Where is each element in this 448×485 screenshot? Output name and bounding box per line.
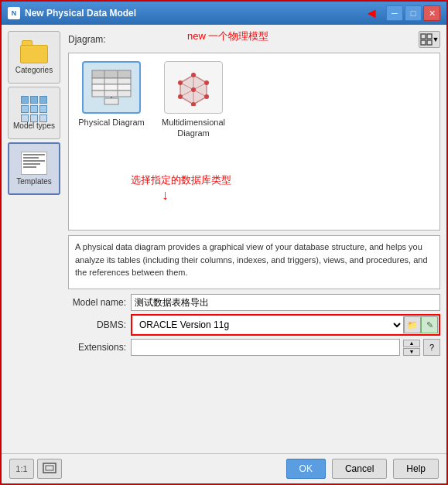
window-title: New Physical Data Model (25, 8, 360, 19)
extensions-up-button[interactable]: ▲ (403, 340, 420, 347)
sidebar-item-model-types[interactable]: Model types (8, 87, 60, 139)
zoom-reset-button[interactable]: 1:1 (9, 459, 34, 479)
extensions-help-button[interactable]: ? (423, 339, 440, 356)
description-text: A physical data diagram provides a graph… (75, 242, 428, 277)
new-model-annotation: new 一个物理模型 (187, 29, 268, 43)
sidebar-item-categories[interactable]: Categories (8, 31, 60, 84)
diagram-section-label: Djagram: (68, 34, 106, 45)
extensions-label: Extensions: (68, 342, 126, 353)
folder-icon: 📁 (407, 320, 418, 330)
cancel-button[interactable]: Cancel (332, 459, 387, 479)
model-name-input[interactable] (131, 294, 440, 311)
svg-rect-2 (421, 40, 426, 45)
grid-icon (420, 33, 433, 46)
templates-icon (21, 152, 47, 175)
multidimensional-diagram-label: Multidimensional Diagram (159, 117, 228, 139)
minimize-button[interactable]: ─ (386, 5, 403, 21)
model-name-label: Model name: (68, 297, 126, 308)
extensions-input (131, 339, 400, 356)
main-window: N New Physical Data Model ◄ ─ □ ✕ new 一个… (0, 0, 448, 485)
categories-icon (20, 40, 48, 63)
model-types-icon (21, 96, 47, 119)
multidimensional-svg (173, 69, 214, 106)
physical-diagram-svg (91, 69, 132, 106)
main-content: Categories Model types (2, 25, 446, 453)
dbms-select[interactable]: ORACLE Version 11g SQL Server 2012 MySQL… (133, 316, 404, 333)
svg-point-18 (204, 94, 209, 99)
footer: 1:1 OK Cancel Help (2, 453, 446, 483)
extensions-spinners: ▲ ▼ (403, 340, 420, 356)
templates-label: Templates (16, 177, 52, 186)
svg-rect-1 (427, 34, 432, 39)
model-types-label: Model types (13, 121, 55, 131)
dbms-row: DBMS: ORACLE Version 11g SQL Server 2012… (68, 314, 440, 336)
sidebar-item-templates[interactable]: Templates (8, 142, 60, 195)
dropdown-arrow: ▼ (433, 36, 439, 43)
dbms-edit-button[interactable]: ✎ (421, 316, 438, 333)
svg-rect-0 (421, 34, 426, 39)
title-arrow: ◄ (364, 5, 378, 22)
select-db-annotation-wrap: 选择指定的数据库类型 ↓ (131, 173, 231, 203)
extensions-down-button[interactable]: ▼ (403, 348, 420, 356)
maximize-button[interactable]: □ (405, 5, 422, 21)
down-arrow-annotation: ↓ (162, 187, 169, 203)
window-icon: N (8, 7, 20, 19)
svg-point-21 (178, 80, 183, 85)
help-icon: ? (429, 343, 434, 352)
svg-point-22 (191, 87, 196, 92)
select-db-annotation: 选择指定的数据库类型 (131, 174, 231, 186)
title-bar: N New Physical Data Model ◄ ─ □ ✕ (2, 2, 446, 25)
sidebar: Categories Model types (8, 31, 63, 447)
svg-rect-4 (92, 70, 131, 78)
dbms-folder-button[interactable]: 📁 (404, 316, 421, 333)
dbms-highlight-box: ORACLE Version 11g SQL Server 2012 MySQL… (131, 314, 440, 336)
diagram-area: Physical Diagram (68, 53, 440, 231)
diagram-item-physical[interactable]: Physical Diagram (77, 61, 146, 139)
edit-icon: ✎ (426, 320, 433, 330)
fit-view-icon (43, 463, 56, 475)
model-name-row: Model name: (68, 294, 440, 311)
help-button[interactable]: Help (393, 459, 439, 479)
main-panel: Djagram: ▼ (68, 31, 440, 447)
svg-rect-11 (104, 98, 118, 104)
svg-rect-3 (427, 40, 432, 45)
physical-diagram-label: Physical Diagram (78, 117, 145, 128)
extensions-row: Extensions: ▲ ▼ ? (68, 339, 440, 356)
physical-diagram-image (82, 61, 141, 114)
svg-point-16 (191, 73, 196, 77)
diagram-item-multidimensional[interactable]: Multidimensional Diagram (159, 61, 228, 139)
svg-point-20 (178, 94, 183, 99)
description-area: A physical data diagram provides a graph… (68, 235, 440, 289)
ok-button[interactable]: OK (286, 459, 326, 479)
dbms-label: DBMS: (68, 319, 126, 330)
close-button[interactable]: ✕ (423, 5, 440, 21)
svg-rect-7 (92, 91, 131, 97)
window-controls: ─ □ ✕ (386, 5, 440, 21)
fit-view-button[interactable] (37, 459, 62, 479)
svg-rect-24 (46, 466, 53, 470)
categories-label: Categories (15, 66, 53, 75)
grid-view-button[interactable]: ▼ (419, 31, 440, 48)
multidimensional-diagram-image (164, 61, 223, 114)
zoom-reset-label: 1:1 (15, 464, 27, 473)
svg-rect-5 (92, 78, 131, 84)
footer-left-buttons: 1:1 (9, 459, 62, 479)
svg-rect-6 (92, 84, 131, 91)
form-area: Model name: DBMS: ORACLE Version 11g SQL… (68, 294, 440, 356)
svg-rect-23 (43, 463, 56, 473)
extensions-controls: ▲ ▼ ? (131, 339, 440, 356)
svg-point-17 (204, 80, 209, 85)
